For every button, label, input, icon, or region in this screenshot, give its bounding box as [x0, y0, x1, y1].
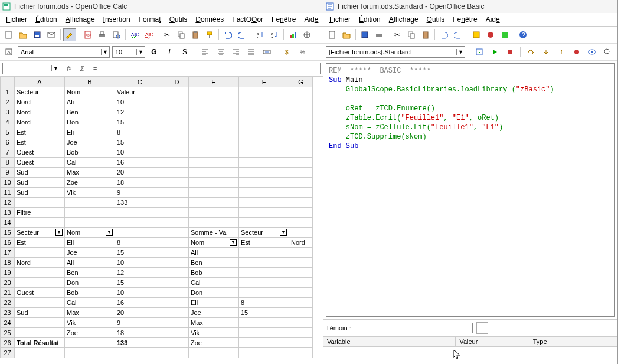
row-header[interactable]: 15 — [1, 228, 15, 238]
undo-button[interactable] — [437, 28, 450, 41]
cell[interactable] — [165, 97, 189, 107]
row-header[interactable]: 10 — [1, 178, 15, 188]
cell[interactable]: Secteur▼ — [239, 228, 289, 238]
cell[interactable]: Bob — [189, 268, 239, 278]
cell[interactable] — [165, 218, 189, 228]
cell[interactable] — [115, 228, 165, 238]
cell[interactable] — [289, 158, 313, 168]
cell[interactable] — [165, 168, 189, 178]
cell[interactable]: Eli — [65, 127, 115, 137]
menu-aide[interactable]: Aide — [300, 14, 322, 25]
menu-insertion[interactable]: Insertion — [100, 14, 134, 25]
cell[interactable] — [65, 198, 115, 208]
cell[interactable] — [239, 147, 289, 158]
font-size-input[interactable] — [113, 47, 136, 57]
cell[interactable]: Somme - Va — [189, 228, 239, 238]
cell[interactable]: Valeur — [115, 87, 165, 97]
cell[interactable] — [189, 188, 239, 198]
cell[interactable]: Vik — [65, 318, 115, 328]
email-button[interactable] — [45, 28, 58, 41]
cell[interactable]: 15 — [115, 248, 165, 258]
cell[interactable] — [239, 168, 289, 178]
cell[interactable] — [115, 218, 165, 228]
cell[interactable]: Ben — [65, 268, 115, 278]
cell[interactable] — [165, 107, 189, 117]
cell[interactable] — [239, 158, 289, 168]
cell[interactable] — [289, 278, 313, 288]
cell[interactable] — [165, 87, 189, 97]
cell[interactable] — [289, 168, 313, 178]
cell[interactable] — [289, 228, 313, 238]
cell[interactable] — [165, 178, 189, 188]
library-combo[interactable]: ▼ — [326, 46, 465, 58]
font-name-input[interactable] — [18, 47, 101, 57]
cell[interactable]: 15 — [239, 308, 289, 318]
cell[interactable] — [289, 288, 313, 298]
row-header[interactable]: 13 — [1, 208, 15, 218]
cell[interactable]: Joe — [65, 248, 115, 258]
cell[interactable] — [289, 268, 313, 278]
cell[interactable]: 8 — [115, 127, 165, 137]
cell[interactable]: Secteur▼ — [15, 228, 65, 238]
cell[interactable] — [239, 97, 289, 107]
menu-affichage[interactable]: Affichage — [385, 14, 422, 25]
new-doc-button[interactable] — [326, 28, 339, 41]
cell[interactable] — [289, 97, 313, 107]
cell[interactable]: Max — [65, 168, 115, 178]
help-button[interactable]: ? — [516, 28, 529, 41]
cell[interactable] — [65, 348, 115, 358]
cell[interactable] — [65, 208, 115, 218]
cell[interactable]: 15 — [115, 278, 165, 288]
run-button[interactable] — [488, 45, 501, 58]
cell[interactable]: Est — [15, 238, 65, 248]
cell[interactable]: Don — [65, 117, 115, 127]
cell[interactable] — [239, 338, 289, 348]
cell[interactable]: Vik — [65, 188, 115, 198]
open-button[interactable] — [340, 28, 353, 41]
menu-fichier[interactable]: Fichier — [326, 14, 354, 25]
row-header[interactable]: 8 — [1, 158, 15, 168]
cell[interactable] — [239, 268, 289, 278]
watch-input[interactable] — [355, 323, 473, 333]
cell[interactable]: 9 — [115, 318, 165, 328]
cell[interactable] — [239, 318, 289, 328]
cell[interactable] — [239, 208, 289, 218]
menu-outils[interactable]: Outils — [166, 14, 191, 25]
col-header-C[interactable]: C — [115, 77, 165, 87]
cell[interactable] — [239, 218, 289, 228]
var-header-value[interactable]: Valeur — [456, 337, 529, 347]
cell[interactable]: 20 — [115, 308, 165, 318]
new-doc-button[interactable] — [2, 28, 15, 41]
cell[interactable]: Nord — [15, 97, 65, 107]
cell[interactable]: Zoe — [65, 328, 115, 338]
cell[interactable] — [289, 318, 313, 328]
object-catalog-button[interactable] — [470, 28, 483, 41]
cell[interactable]: Est — [239, 238, 289, 248]
row-header[interactable]: 4 — [1, 117, 15, 127]
cell[interactable] — [289, 248, 313, 258]
step-into-button[interactable] — [539, 45, 552, 58]
name-box[interactable]: ▼ — [2, 63, 61, 74]
cell[interactable] — [189, 348, 239, 358]
spreadsheet-grid[interactable]: ABCDEFG1SecteurNomValeur2NordAli103NordB… — [0, 77, 323, 364]
paste-button[interactable] — [419, 28, 432, 41]
sort-desc-button[interactable]: za — [268, 28, 281, 41]
row-header[interactable]: 7 — [1, 147, 15, 158]
cell[interactable]: Zoe — [65, 178, 115, 188]
align-left-button[interactable] — [199, 45, 212, 58]
cell[interactable]: 9 — [115, 188, 165, 198]
cell[interactable] — [239, 278, 289, 288]
font-size-combo[interactable]: ▼ — [112, 46, 145, 58]
row-header[interactable]: 23 — [1, 308, 15, 318]
col-header-B[interactable]: B — [65, 77, 115, 87]
row-header[interactable]: 19 — [1, 268, 15, 278]
menu-aide[interactable]: Aide — [482, 14, 503, 25]
redo-button[interactable] — [452, 28, 465, 41]
var-header-variable[interactable]: Variable — [323, 337, 456, 347]
cell[interactable] — [289, 127, 313, 137]
cell[interactable] — [189, 97, 239, 107]
cell[interactable] — [165, 158, 189, 168]
menu-fichier[interactable]: Fichier — [2, 14, 31, 25]
menu-outils[interactable]: Outils — [423, 14, 449, 25]
row-header[interactable]: 11 — [1, 188, 15, 198]
